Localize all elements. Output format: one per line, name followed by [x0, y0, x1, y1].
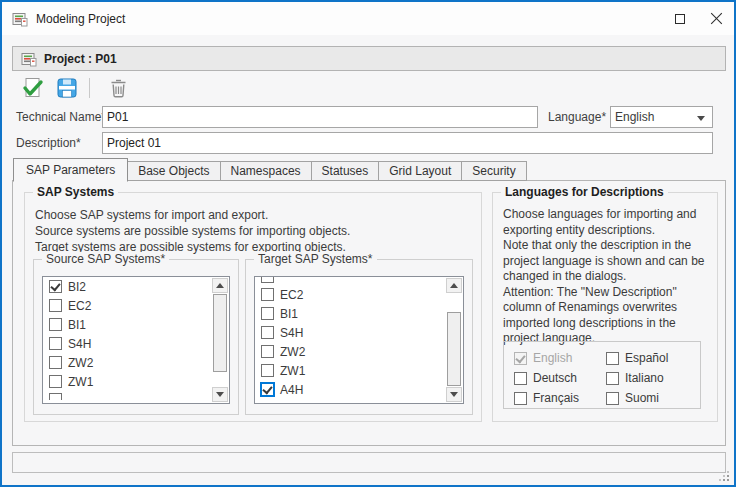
scroll-down-icon[interactable]: [446, 387, 462, 402]
scroll-down-icon[interactable]: [212, 387, 228, 402]
tab-base-objects[interactable]: Base Objects: [127, 161, 220, 181]
list-item[interactable]: ZW2: [43, 353, 229, 372]
scroll-up-icon[interactable]: [212, 278, 228, 293]
target-sap-systems-title: Target SAP Systems*: [254, 252, 377, 266]
validate-button[interactable]: [20, 75, 46, 101]
language-label: Language*: [548, 106, 606, 128]
tab-statuses[interactable]: Statuses: [311, 161, 380, 181]
checkbox-checked-disabled-icon: [514, 352, 527, 365]
list-item[interactable]: EC2: [43, 296, 229, 315]
list-item[interactable]: ZW2: [255, 342, 463, 361]
checkbox-icon: [261, 364, 274, 377]
language-selected-value: English: [615, 110, 654, 124]
title-bar[interactable]: Modeling Project: [2, 2, 734, 35]
list-item-label: A4H: [280, 383, 303, 397]
checkbox-icon: [261, 288, 274, 301]
tab-security[interactable]: Security: [461, 161, 526, 181]
tab-namespaces[interactable]: Namespaces: [220, 161, 312, 181]
technical-name-input[interactable]: [102, 106, 538, 128]
checkbox-icon: [49, 393, 62, 400]
description-input[interactable]: [102, 132, 713, 154]
checkbox-checked-focused-icon: [261, 383, 274, 396]
language-checkbox-italiano[interactable]: Italiano: [606, 368, 700, 388]
source-sap-systems-title: Source SAP Systems*: [42, 252, 169, 266]
list-item-label: ZW2: [280, 345, 305, 359]
save-floppy-icon: [57, 78, 77, 98]
technical-name-label: Technical Name*: [16, 106, 106, 128]
languages-description-line: Attention: The "New Description" column …: [503, 285, 709, 347]
maximize-icon: [675, 14, 685, 24]
list-item[interactable]: BI2: [43, 277, 229, 296]
status-bar: [12, 452, 726, 473]
checkbox-checked-icon: [49, 280, 62, 293]
list-item-partial[interactable]: [43, 391, 229, 400]
delete-button[interactable]: [105, 75, 131, 101]
list-item-label: EC2: [280, 288, 303, 302]
maximize-button[interactable]: [662, 2, 698, 35]
language-label: English: [533, 351, 572, 365]
sap-systems-description-line: Source systems are possible systems for …: [35, 223, 481, 239]
target-sap-systems-list[interactable]: EC2 BI1 S4H ZW2 ZW1: [254, 276, 464, 404]
languages-description-line: Choose languages for importing and expor…: [503, 207, 709, 238]
language-checkbox-suomi[interactable]: Suomi: [606, 388, 700, 408]
window-title: Modeling Project: [36, 12, 125, 26]
list-item-label: ZW1: [68, 375, 93, 389]
checkbox-icon: [261, 277, 274, 283]
scrollbar-thumb[interactable]: [447, 312, 461, 386]
scroll-up-icon[interactable]: [446, 278, 462, 293]
list-item[interactable]: EC2: [255, 285, 463, 304]
list-item-partial[interactable]: [255, 277, 463, 285]
checkbox-icon: [261, 307, 274, 320]
close-icon: [710, 12, 723, 25]
delete-trash-icon: [110, 78, 127, 98]
scrollbar-thumb[interactable]: [213, 294, 227, 372]
list-item-label: EC2: [68, 299, 91, 313]
resize-grip[interactable]: [718, 470, 730, 482]
list-item[interactable]: ZW1: [255, 361, 463, 380]
list-item-label: BI2: [68, 280, 86, 294]
list-item[interactable]: ZW1: [43, 372, 229, 391]
sap-systems-description-line: Choose SAP systems for import and export…: [35, 207, 481, 223]
source-sap-systems-group: Source SAP Systems* BI2 EC2 BI1 S4H: [33, 259, 239, 415]
language-dropdown[interactable]: English: [610, 106, 713, 128]
tab-sap-parameters[interactable]: SAP Parameters: [13, 158, 128, 182]
checkbox-icon: [49, 299, 62, 312]
list-item[interactable]: A4H: [255, 380, 463, 399]
list-item[interactable]: S4H: [255, 323, 463, 342]
language-checkbox-english: English: [514, 348, 606, 368]
source-list-scrollbar[interactable]: [212, 278, 228, 402]
list-item[interactable]: S4H: [43, 334, 229, 353]
checkbox-icon: [514, 372, 527, 385]
sap-systems-group: SAP Systems Choose SAP systems for impor…: [24, 192, 482, 422]
tab-strip: SAP Parameters Base Objects Namespaces S…: [13, 157, 527, 181]
sap-systems-group-title: SAP Systems: [33, 185, 118, 199]
checkbox-icon: [261, 345, 274, 358]
list-item-label: BI1: [280, 307, 298, 321]
list-item-label: S4H: [68, 337, 91, 351]
list-item[interactable]: BI1: [255, 304, 463, 323]
languages-for-descriptions-group: Languages for Descriptions Choose langua…: [492, 192, 718, 422]
checkbox-icon: [49, 356, 62, 369]
list-item[interactable]: BI1: [43, 315, 229, 334]
language-checkbox-espanol[interactable]: Español: [606, 348, 700, 368]
modeling-project-icon: [12, 11, 28, 27]
close-button[interactable]: [698, 2, 734, 35]
checkbox-icon: [606, 372, 619, 385]
tab-grid-layout[interactable]: Grid Layout: [378, 161, 462, 181]
checkbox-icon: [49, 318, 62, 331]
target-list-scrollbar[interactable]: [446, 278, 462, 402]
checkbox-icon: [514, 392, 527, 405]
checkbox-icon: [49, 337, 62, 350]
checkbox-icon: [606, 392, 619, 405]
language-label: Français: [533, 391, 579, 405]
validate-check-icon: [22, 77, 44, 99]
language-selection-box: English Español Deutsch Italiano Françai…: [503, 341, 701, 409]
toolbar-separator: [89, 78, 90, 98]
checkbox-icon: [49, 375, 62, 388]
language-checkbox-deutsch[interactable]: Deutsch: [514, 368, 606, 388]
language-checkbox-francais[interactable]: Français: [514, 388, 606, 408]
source-sap-systems-list[interactable]: BI2 EC2 BI1 S4H ZW2: [42, 276, 230, 404]
languages-group-title: Languages for Descriptions: [501, 185, 668, 199]
chevron-down-icon: [697, 116, 705, 121]
save-button[interactable]: [54, 75, 80, 101]
